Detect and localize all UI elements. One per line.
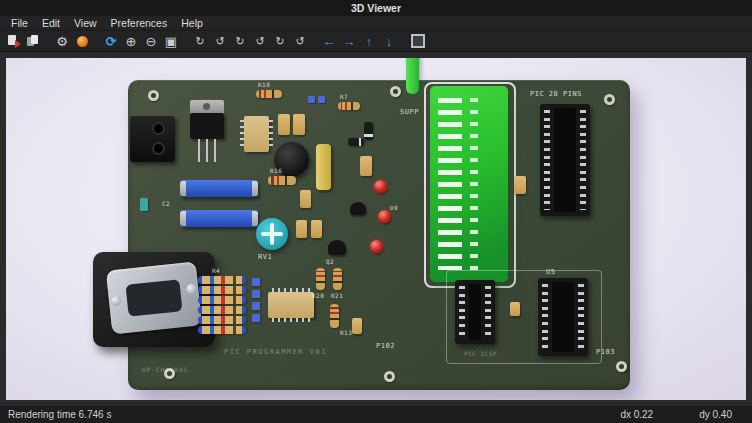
move-down-arrow-icon[interactable]: ↓ xyxy=(380,32,398,50)
capacitor xyxy=(311,220,322,238)
ic-u4 xyxy=(244,116,269,152)
silk-r4: R4 xyxy=(212,267,220,274)
toolbar-separator xyxy=(310,32,319,50)
zoom-out-icon[interactable]: ⊖ xyxy=(142,32,160,50)
terminal-block xyxy=(130,116,175,162)
raytracing-sphere-icon[interactable] xyxy=(73,32,91,50)
blue-capacitor xyxy=(180,210,258,227)
rotate-z-cw-icon[interactable]: ↻ xyxy=(271,32,289,50)
3d-viewer-window: 3D Viewer File Edit View Preferences Hel… xyxy=(0,0,752,423)
glyph: ↑ xyxy=(366,34,373,49)
resistor-r10 xyxy=(256,90,282,98)
rotate-z-ccw-icon[interactable]: ↺ xyxy=(291,32,309,50)
mounting-hole xyxy=(390,86,401,97)
capacitor xyxy=(296,220,307,238)
dy-value: dy 0.40 xyxy=(699,409,732,420)
render-settings-gear-icon[interactable]: ⚙ xyxy=(53,32,71,50)
resistor-r13 xyxy=(330,304,339,328)
resistor-r21 xyxy=(333,268,342,290)
ic-u2 xyxy=(268,292,314,318)
capacitor xyxy=(510,302,520,316)
capacitor xyxy=(278,114,290,135)
voltage-regulator xyxy=(190,113,224,139)
zif-contact-slots xyxy=(438,98,462,270)
menu-file[interactable]: File xyxy=(4,16,35,30)
toolbar-separator xyxy=(43,32,52,50)
toolbar-separator xyxy=(399,32,408,50)
silk-board-title: PIC PROGRAMMER V01 xyxy=(224,348,327,356)
rendering-time: Rendering time 6.746 s xyxy=(8,409,111,420)
silk-u5: U5 xyxy=(546,268,555,276)
glyph: ⊖ xyxy=(146,34,157,49)
rotate-y-cw-icon[interactable]: ↻ xyxy=(231,32,249,50)
regulator-pins xyxy=(198,139,218,162)
glyph: ↻ xyxy=(275,35,284,48)
rotate-y-ccw-icon[interactable]: ↺ xyxy=(251,32,269,50)
glyph: ↻ xyxy=(235,35,244,48)
resistor-array-r4 xyxy=(198,276,246,284)
menu-view[interactable]: View xyxy=(67,16,104,30)
resistor-r20 xyxy=(316,268,325,290)
transistor-q2 xyxy=(328,240,346,255)
glyph: ⊕ xyxy=(126,34,137,49)
zif-socket xyxy=(430,86,508,282)
copy-image-icon[interactable] xyxy=(24,32,42,50)
move-left-arrow-icon[interactable]: ← xyxy=(320,32,338,50)
dip-socket-u5 xyxy=(538,278,588,356)
terminal-screw xyxy=(152,122,165,135)
move-right-arrow-icon[interactable]: → xyxy=(340,32,358,50)
move-up-arrow-icon[interactable]: ↑ xyxy=(360,32,378,50)
glyph: ↻ xyxy=(195,35,204,48)
capacitor xyxy=(352,318,362,334)
led-d9 xyxy=(378,210,391,223)
capacitor xyxy=(300,190,311,208)
silk-r7: R7 xyxy=(340,93,348,100)
regulator-heatsink-tab xyxy=(190,100,224,114)
rotate-x-ccw-icon[interactable]: ↺ xyxy=(211,32,229,50)
menu-preferences[interactable]: Preferences xyxy=(104,16,175,30)
silk-r21: R21 xyxy=(331,292,343,299)
silk-q2: Q2 xyxy=(326,258,334,265)
trimmer-rv1 xyxy=(256,218,288,250)
export-image-icon[interactable] xyxy=(4,32,22,50)
dx-value: dx 0.22 xyxy=(620,409,653,420)
menu-edit[interactable]: Edit xyxy=(35,16,67,30)
orthographic-projection-icon[interactable] xyxy=(409,32,427,50)
socket-channel xyxy=(469,284,481,340)
transistor xyxy=(350,202,366,215)
menu-help[interactable]: Help xyxy=(174,16,210,30)
silk-c2: C2 xyxy=(162,200,170,207)
silk-p103: P103 xyxy=(596,348,615,356)
toolbar-separator xyxy=(181,32,190,50)
ceramic-capacitor xyxy=(252,278,260,286)
resistor-r7 xyxy=(338,102,360,110)
zoom-fit-icon[interactable]: ▣ xyxy=(162,32,180,50)
socket-channel xyxy=(554,108,576,212)
reload-board-icon[interactable]: ⟳ xyxy=(102,32,120,50)
socket-pins-left xyxy=(459,286,465,338)
db9-screw xyxy=(111,295,122,306)
db9-connector xyxy=(93,252,215,347)
mounting-hole xyxy=(604,94,615,105)
dip-socket-pic28 xyxy=(540,104,590,216)
ceramic-capacitor xyxy=(308,96,315,103)
silk-r16: R16 xyxy=(270,167,282,174)
mounting-hole xyxy=(616,361,627,372)
zoom-in-icon[interactable]: ⊕ xyxy=(122,32,140,50)
resistor-array-r4 xyxy=(198,306,246,314)
glyph: ⟳ xyxy=(106,34,117,49)
window-title: 3D Viewer xyxy=(351,2,401,14)
silk-pic-icsp: PIC ICSP xyxy=(464,350,497,357)
silk-rv1: RV1 xyxy=(258,253,272,261)
glyph: → xyxy=(343,34,356,49)
titlebar[interactable]: 3D Viewer xyxy=(0,0,752,16)
rotate-x-cw-icon[interactable]: ↻ xyxy=(191,32,209,50)
resistor-array-r4 xyxy=(198,316,246,324)
3d-viewport[interactable]: R10 R7 R16 C2 RV1 D9 Q2 R20 R21 R4 R13 S… xyxy=(6,58,746,400)
dip-socket xyxy=(455,280,495,344)
silk-brand: UP-CHAKRAS xyxy=(142,366,188,373)
glyph: ↺ xyxy=(295,35,304,48)
socket-pins-right xyxy=(578,284,584,350)
silk-r13: R13 xyxy=(340,329,352,336)
capacitor xyxy=(360,156,372,176)
